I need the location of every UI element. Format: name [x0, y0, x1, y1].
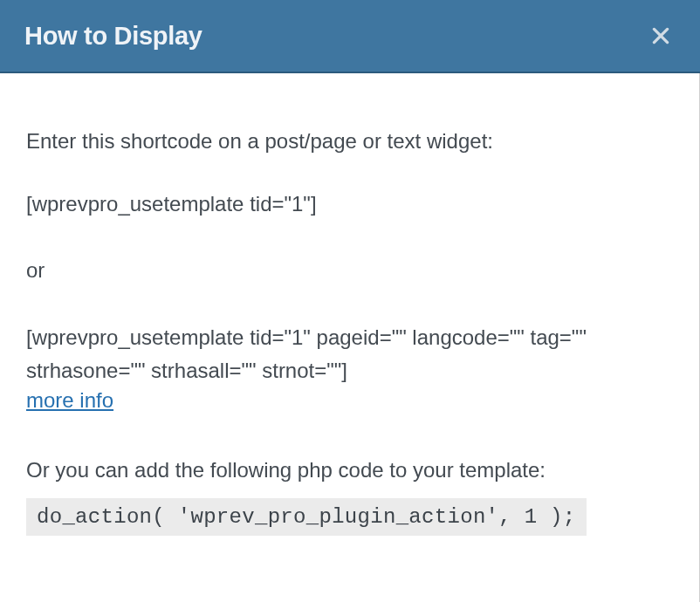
modal-header: How to Display — [0, 0, 700, 73]
shortcode-basic: [wprevpro_usetemplate tid="1"] — [26, 188, 673, 220]
shortcode-extended: [wprevpro_usetemplate tid="1" pageid="" … — [26, 321, 673, 388]
or-text: or — [26, 255, 673, 286]
modal-dialog: How to Display Enter this shortcode on a… — [0, 0, 700, 609]
php-code-block: do_action( 'wprev_pro_plugin_action', 1 … — [26, 498, 587, 536]
modal-body: Enter this shortcode on a post/page or t… — [0, 73, 700, 602]
php-intro-text: Or you can add the following php code to… — [26, 455, 673, 486]
more-info-link[interactable]: more info — [26, 388, 113, 412]
modal-title: How to Display — [24, 22, 202, 51]
intro-text: Enter this shortcode on a post/page or t… — [26, 126, 673, 157]
close-icon — [649, 24, 672, 47]
close-button[interactable] — [646, 21, 676, 51]
